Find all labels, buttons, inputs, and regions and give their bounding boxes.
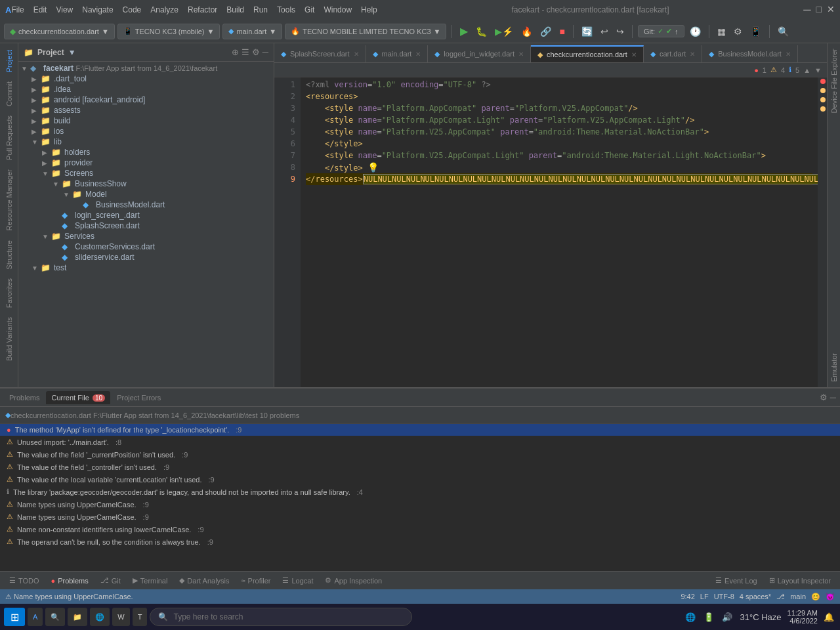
run-button[interactable]: ▶ xyxy=(457,24,471,39)
menu-navigate[interactable]: Navigate xyxy=(82,5,113,14)
tree-item-customerservices[interactable]: ▶ ◆ CustomerServices.dart xyxy=(18,242,274,252)
tree-item-model[interactable]: ▼ 📁 Model xyxy=(18,189,274,200)
avd-manager-button[interactable]: 📱 xyxy=(747,24,764,39)
menu-git[interactable]: Git xyxy=(304,5,314,14)
tree-item-sliderservice[interactable]: ▶ ◆ sliderservice.dart xyxy=(18,252,274,262)
tab-splashscreen[interactable]: ◆ SplashScreen.dart ✕ xyxy=(274,45,366,62)
sidebar-item-favorites[interactable]: Favorites xyxy=(4,274,14,312)
tree-item-businessshow[interactable]: ▼ 📁 BusinessShow xyxy=(18,178,274,189)
dart-analysis-button[interactable]: ◆ Dart Analysis xyxy=(174,575,234,586)
app-inspection-button[interactable]: ⚙ App Inspection xyxy=(320,575,387,586)
sidebar-item-pullrequests[interactable]: Pull Requests xyxy=(4,112,14,164)
minimize-button[interactable]: ─ xyxy=(803,4,810,16)
tab-cart[interactable]: ◆ cart.dart ✕ xyxy=(644,45,702,62)
attach-debugger-button[interactable]: 🔗 xyxy=(537,24,554,39)
tree-item-splashscreen[interactable]: ▶ ◆ SplashScreen.dart xyxy=(18,220,274,231)
file-selector[interactable]: ◆ main.dart ▼ xyxy=(222,24,282,39)
panel-hide-icon[interactable]: ─ xyxy=(262,47,268,57)
tree-item-provider[interactable]: ▶ 📁 provider xyxy=(18,158,274,168)
problem-item-6[interactable]: ⚠ Name types using UpperCamelCase. :9 xyxy=(0,498,840,511)
problem-item-8[interactable]: ⚠ Name non-constant identifiers using lo… xyxy=(0,523,840,536)
problem-item-0[interactable]: ● The method 'MyApp' isn't defined for t… xyxy=(0,424,840,436)
run-with-coverage-button[interactable]: ▶⚡ xyxy=(492,24,516,39)
tab-checkcurrentlocation[interactable]: ◆ checkcurrentlocation.dart ✕ xyxy=(531,45,644,62)
network-icon[interactable]: 🌐 xyxy=(683,610,698,624)
tree-item-dart-tool[interactable]: ▶ 📁 .dart_tool xyxy=(18,74,274,84)
problem-item-7[interactable]: ⚠ Name types using UpperCamelCase. :9 xyxy=(0,511,840,523)
tree-item-holders[interactable]: ▶ 📁 holders xyxy=(18,147,274,158)
minimize-panel-icon[interactable]: ─ xyxy=(830,392,836,402)
problem-item-5[interactable]: ℹ The library 'package:geocoder/geocoder… xyxy=(0,486,840,498)
todo-button[interactable]: ☰ TODO xyxy=(4,575,45,586)
git-button[interactable]: ⎇ Git xyxy=(95,575,126,586)
tree-item-idea[interactable]: ▶ 📁 .idea xyxy=(18,84,274,94)
menu-build[interactable]: Build xyxy=(226,5,244,14)
tab-main[interactable]: ◆ main.dart ✕ xyxy=(366,45,429,62)
logcat-button[interactable]: ☰ Logcat xyxy=(277,575,318,586)
menu-edit[interactable]: Edit xyxy=(33,5,47,14)
build-variants-button[interactable]: ▦ xyxy=(715,24,728,39)
tree-item-services[interactable]: ▼ 📁 Services xyxy=(18,231,274,242)
sdk-manager-button[interactable]: ⚙ xyxy=(731,24,745,39)
tab-close-main[interactable]: ✕ xyxy=(415,51,421,58)
profile-button[interactable]: 🔥 xyxy=(518,24,535,39)
taskbar-app-chrome[interactable]: 🌐 xyxy=(90,608,110,626)
panel-dropdown-icon[interactable]: ▼ xyxy=(68,48,76,57)
taskbar-search-input[interactable] xyxy=(173,612,404,621)
scroll-down-icon[interactable]: ▼ xyxy=(814,66,822,74)
tree-item-businessmodel[interactable]: ▶ ◆ BusinessModel.dart xyxy=(18,200,274,210)
tab-current-file[interactable]: Current File 10 xyxy=(46,391,110,404)
code-content[interactable]: <?xml version="1.0" encoding="UTF-8" ?> … xyxy=(301,77,818,387)
stop-button[interactable]: ■ xyxy=(556,24,567,39)
menu-file[interactable]: File xyxy=(11,5,24,14)
device-file-explorer-label[interactable]: Device File Explorer xyxy=(829,43,839,118)
tab-problems[interactable]: Problems xyxy=(4,391,45,404)
problems-button[interactable]: ● Problems xyxy=(46,576,94,586)
taskbar-app-files[interactable]: 📁 xyxy=(68,608,87,626)
tab-close-cart[interactable]: ✕ xyxy=(690,51,695,58)
tab-loggedin[interactable]: ◆ logged_in_widget.dart ✕ xyxy=(428,45,531,62)
menu-view[interactable]: View xyxy=(56,5,73,14)
sidebar-item-commit[interactable]: Commit xyxy=(4,77,14,110)
sidebar-item-project[interactable]: Project xyxy=(4,46,14,76)
device-selector[interactable]: 📱 TECNO KC3 (mobile) ▼ xyxy=(117,24,220,39)
problem-item-1[interactable]: ⚠ Unused import: '../main.dart'. :8 xyxy=(0,436,840,448)
taskbar-app-teams[interactable]: T xyxy=(133,608,148,626)
tab-businessmodel[interactable]: ◆ BusinessModel.dart ✕ xyxy=(702,45,798,62)
menu-analyze[interactable]: Analyze xyxy=(150,5,178,14)
problem-item-3[interactable]: ⚠ The value of the field '_controller' i… xyxy=(0,461,840,473)
problem-item-4[interactable]: ⚠ The value of the local variable 'curre… xyxy=(0,473,840,486)
scroll-up-icon[interactable]: ▲ xyxy=(803,66,810,74)
maximize-button[interactable]: □ xyxy=(816,4,822,16)
history-button[interactable]: 🕐 xyxy=(687,24,704,39)
tree-item-lib[interactable]: ▼ 📁 lib xyxy=(18,136,274,147)
tree-item-build[interactable]: ▶ 📁 build xyxy=(18,116,274,126)
taskbar-app-search[interactable]: 🔍 xyxy=(45,608,65,626)
menu-window[interactable]: Window xyxy=(324,5,352,14)
debug-button[interactable]: 🐛 xyxy=(473,24,490,39)
panel-locate-icon[interactable]: ⊕ xyxy=(232,47,239,57)
panel-settings-icon[interactable]: ⚙ xyxy=(252,47,260,57)
tree-item-loginscreen[interactable]: ▶ ◆ login_screen_.dart xyxy=(18,210,274,220)
code-editor[interactable]: 1 2 3 4 5 6 7 8 9 <?xml version="1.0" en… xyxy=(274,77,827,387)
settings-icon[interactable]: ⚙ xyxy=(820,392,828,402)
tree-item-ios[interactable]: ▶ 📁 ios xyxy=(18,126,274,136)
tab-project-errors[interactable]: Project Errors xyxy=(112,391,166,404)
tab-close-loggedin[interactable]: ✕ xyxy=(518,51,524,58)
menu-code[interactable]: Code xyxy=(123,5,142,14)
taskbar-search-box[interactable]: 🔍 xyxy=(150,608,412,626)
tab-close-businessmodel[interactable]: ✕ xyxy=(786,51,791,58)
event-log-button[interactable]: ☰ Event Log xyxy=(710,575,763,586)
sidebar-item-buildvariants[interactable]: Build Variants xyxy=(4,313,14,365)
terminal-button[interactable]: ▶ Terminal xyxy=(127,575,173,586)
menu-tools[interactable]: Tools xyxy=(277,5,295,14)
tree-item-android[interactable]: ▶ 📁 android [facekart_android] xyxy=(18,94,274,105)
notification-icon[interactable]: 🔔 xyxy=(822,610,836,624)
taskbar-app-intellij[interactable]: A xyxy=(28,608,43,626)
start-button[interactable]: ⊞ xyxy=(4,608,25,626)
search-everywhere-button[interactable]: 🔍 xyxy=(775,24,791,39)
tree-item-test[interactable]: ▼ 📁 test xyxy=(18,262,274,273)
profiler-button[interactable]: ≈ Profiler xyxy=(236,576,276,586)
layout-inspector-button[interactable]: ⊞ Layout Inspector xyxy=(764,575,836,586)
emulator-label[interactable]: Emulator xyxy=(829,348,839,387)
